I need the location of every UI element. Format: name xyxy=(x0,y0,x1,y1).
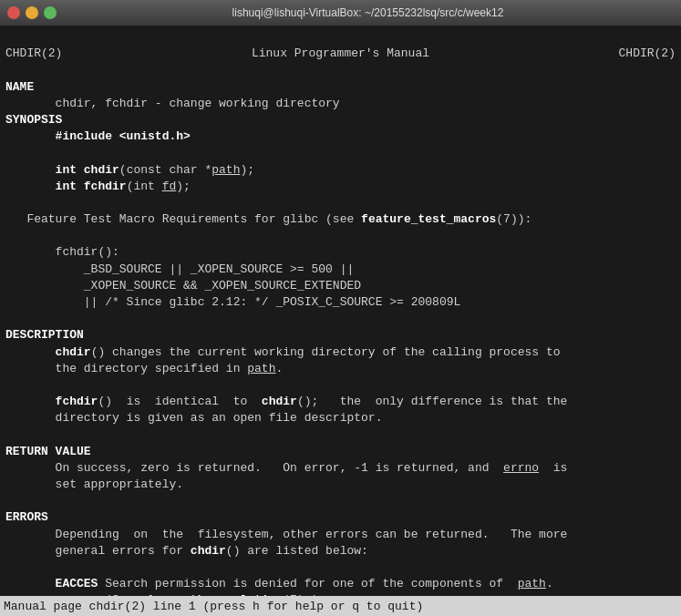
fchdir-label: fchdir(): xyxy=(5,245,119,259)
minimize-button[interactable] xyxy=(26,6,38,19)
synopsis-include: #include <unistd.h> xyxy=(5,129,191,143)
fchdir-macros2: _XOPEN_SOURCE && _XOPEN_SOURCE_EXTENDED xyxy=(5,279,361,293)
header-right: CHDIR(2) xyxy=(619,46,676,62)
status-bar: Manual page chdir(2) line 1 (press h for… xyxy=(0,596,681,616)
fchdir-macros1: _BSD_SOURCE || _XOPEN_SOURCE >= 500 || xyxy=(5,262,354,276)
errors-body1: Depending on the filesystem, other error… xyxy=(5,528,567,541)
header-left: CHDIR(2) xyxy=(5,46,62,62)
description-heading: DESCRIPTION xyxy=(5,328,84,342)
errors-heading: ERRORS xyxy=(5,510,48,524)
name-heading: NAME xyxy=(5,80,34,94)
close-button[interactable] xyxy=(7,6,20,19)
desc-body4: directory is given as an open file descr… xyxy=(5,411,382,425)
maximize-button[interactable] xyxy=(44,6,57,19)
status-text: Manual page chdir(2) line 1 (press h for… xyxy=(4,600,423,613)
return-heading: RETURN VALUE xyxy=(5,445,91,458)
return-body2: set appropriately. xyxy=(5,477,183,491)
terminal-window[interactable]: CHDIR(2)Linux Programmer's ManualCHDIR(2… xyxy=(0,26,681,616)
synopsis-proto2: int fchdir(int fd); xyxy=(5,180,191,193)
errors-body2: general errors for chdir() are listed be… xyxy=(5,544,368,558)
manpage-content: CHDIR(2)Linux Programmer's ManualCHDIR(2… xyxy=(5,29,676,616)
title-bar: lishuqi@lishuqi-VirtualBox: ~/20155232ls… xyxy=(0,0,681,26)
synopsis-heading: SYNOPSIS xyxy=(5,113,62,127)
desc-body3: fchdir() is identical to chdir(); the on… xyxy=(5,395,567,408)
header-center: Linux Programmer's Manual xyxy=(252,46,429,62)
manpage-header: CHDIR(2)Linux Programmer's ManualCHDIR(2… xyxy=(5,46,676,62)
name-body: chdir, fchdir - change working directory xyxy=(5,97,340,110)
feature-line: Feature Test Macro Requirements for glib… xyxy=(5,212,531,226)
fchdir-macros3: || /* Since glibc 2.12: */ _POSIX_C_SOUR… xyxy=(5,295,460,309)
desc-body1: chdir() changes the current working dire… xyxy=(5,345,561,359)
window-title: lishuqi@lishuqi-VirtualBox: ~/20155232ls… xyxy=(62,6,674,19)
desc-body2: the directory specified in path. xyxy=(5,362,283,375)
return-body1: On success, zero is returned. On error, … xyxy=(5,461,567,475)
synopsis-proto1: int chdir(const char *path); xyxy=(5,163,254,177)
eacces-entry: EACCES Search permission is denied for o… xyxy=(5,577,553,590)
